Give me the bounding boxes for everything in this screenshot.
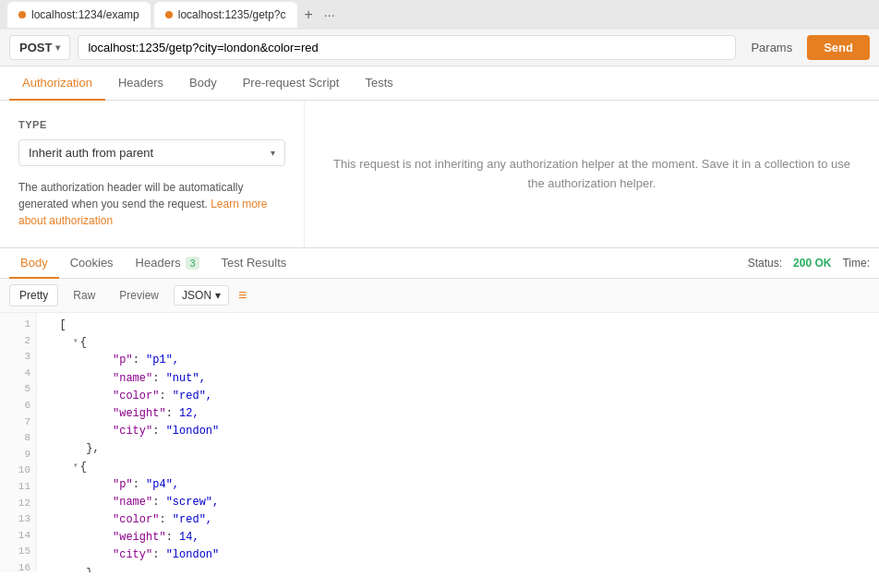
tab-1-dot	[18, 11, 26, 18]
auth-right-panel: This request is not inheriting any autho…	[305, 101, 879, 247]
response-tab-headers[interactable]: Headers 3	[125, 248, 211, 279]
table-row: "city": "london"	[46, 546, 870, 564]
table-row: "weight": 14,	[46, 529, 870, 546]
params-button[interactable]: Params	[743, 36, 800, 59]
browser-tab-2[interactable]: localhost:1235/getp?c	[154, 2, 297, 28]
response-headers-label: Headers	[136, 256, 181, 270]
status-value: 200 OK	[793, 257, 831, 270]
tab-2-dot	[165, 11, 173, 18]
format-pretty-button[interactable]: Pretty	[9, 284, 58, 306]
auth-section: TYPE Inherit auth from parent ▾ The auth…	[0, 101, 879, 248]
tab-tests[interactable]: Tests	[352, 66, 405, 101]
tab-1-label: localhost:1234/examp	[31, 8, 139, 21]
new-tab-button[interactable]: +	[301, 6, 317, 23]
browser-tab-1[interactable]: localhost:1234/examp	[7, 2, 151, 28]
response-tabs-bar: Body Cookies Headers 3 Test Results Stat…	[0, 248, 879, 279]
table-row: },	[46, 440, 870, 458]
send-button[interactable]: Send	[807, 35, 870, 60]
response-headers-badge: 3	[186, 257, 199, 270]
code-content[interactable]: [ ▾{ "p": "p1", "name": "nut", "color": …	[37, 313, 879, 572]
table-row: "color": "red",	[46, 511, 870, 529]
auth-inherit-message: This request is not inheriting any autho…	[332, 155, 851, 194]
format-raw-button[interactable]: Raw	[64, 285, 104, 306]
table-row: ▾{	[46, 459, 870, 476]
table-row: "p": "p1",	[46, 352, 870, 369]
tab-authorization[interactable]: Authorization	[9, 66, 105, 101]
url-bar-area: POST ▾ Params Send	[0, 30, 879, 66]
json-chevron-icon: ▾	[215, 289, 221, 302]
response-format-bar: Pretty Raw Preview JSON ▾ ≡	[0, 279, 879, 313]
auth-type-label: TYPE	[18, 119, 285, 130]
response-tab-body[interactable]: Body	[9, 248, 59, 279]
method-dropdown[interactable]: POST ▾	[9, 35, 70, 60]
code-area: 123456789101112131415161718 [ ▾{ "p": "p…	[0, 313, 879, 572]
table-row: "p": "p4",	[46, 476, 870, 494]
table-row: "name": "nut",	[46, 370, 870, 388]
auth-description-text: The authorization header will be automat…	[18, 181, 243, 210]
wrap-icon[interactable]: ≡	[238, 287, 247, 304]
format-preview-button[interactable]: Preview	[110, 285, 168, 306]
tab-2-label: localhost:1235/getp?c	[178, 8, 286, 21]
auth-left-panel: TYPE Inherit auth from parent ▾ The auth…	[0, 101, 305, 247]
time-label: Time:	[842, 257, 870, 270]
table-row: "city": "london"	[46, 423, 870, 440]
auth-dropdown-chevron-icon: ▾	[271, 148, 275, 158]
tab-prerequest[interactable]: Pre-request Script	[230, 66, 353, 101]
response-tab-cookies[interactable]: Cookies	[59, 248, 125, 279]
method-label: POST	[19, 41, 52, 54]
table-row: "color": "red",	[46, 388, 870, 405]
json-label: JSON	[182, 289, 211, 302]
tab-body[interactable]: Body	[176, 66, 230, 101]
auth-description: The authorization header will be automat…	[18, 179, 285, 229]
browser-tab-bar: localhost:1234/examp localhost:1235/getp…	[0, 0, 879, 30]
collapse-arrow[interactable]: ▾	[73, 334, 78, 349]
table-row: [	[46, 317, 870, 334]
status-area: Status: 200 OK Time:	[748, 257, 870, 270]
tab-headers[interactable]: Headers	[105, 66, 176, 101]
table-row: ▾{	[46, 334, 870, 352]
auth-type-value: Inherit auth from parent	[29, 146, 153, 160]
url-input[interactable]	[78, 35, 736, 60]
table-row: "weight": 12,	[46, 405, 870, 423]
collapse-arrow[interactable]: ▾	[73, 459, 78, 474]
request-tabs: Authorization Headers Body Pre-request S…	[0, 66, 879, 101]
json-format-dropdown[interactable]: JSON ▾	[174, 285, 229, 306]
method-chevron-icon: ▾	[55, 42, 60, 53]
auth-type-dropdown[interactable]: Inherit auth from parent ▾	[18, 139, 285, 166]
table-row: },	[46, 565, 870, 572]
response-tab-test-results[interactable]: Test Results	[211, 248, 298, 279]
status-label: Status:	[748, 257, 782, 270]
more-tabs-button[interactable]: ···	[320, 7, 339, 22]
table-row: "name": "screw",	[46, 494, 870, 511]
line-numbers: 123456789101112131415161718	[0, 313, 37, 572]
